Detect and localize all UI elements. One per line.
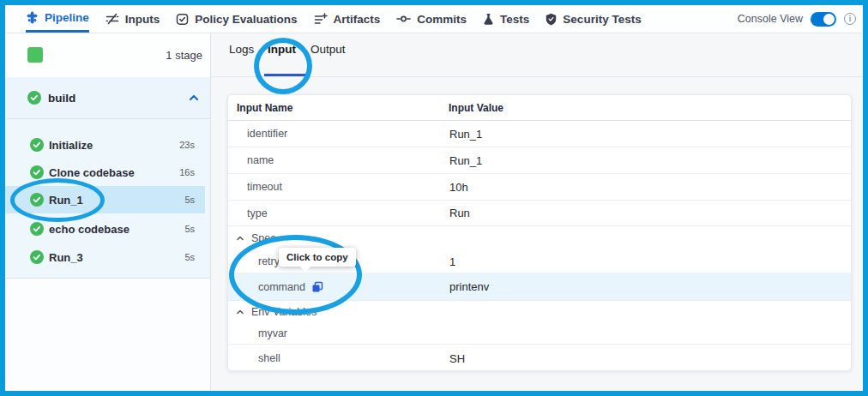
console-view-label: Console View xyxy=(738,13,803,25)
input-name: myvar xyxy=(258,323,287,344)
input-name: shell xyxy=(258,345,280,372)
step-row-run-3[interactable]: Run_3 5s xyxy=(5,243,205,271)
section-label: Spec xyxy=(251,232,276,244)
column-header-input-name: Input Name xyxy=(237,95,292,120)
section-label: Env Variables xyxy=(251,306,316,318)
input-value: Run_1 xyxy=(449,121,482,147)
stage-group-label: build xyxy=(48,77,75,118)
input-name: name xyxy=(247,147,274,173)
step-duration: 5s xyxy=(184,215,195,243)
commits-icon xyxy=(396,15,411,23)
nav-tab-label: Inputs xyxy=(125,13,160,26)
execution-sidebar: 1 stage build Initialize 23s Clone codeb… xyxy=(5,33,211,391)
input-value: Run_1 xyxy=(449,147,482,173)
input-value: Run xyxy=(449,201,470,225)
step-row-clone-codebase[interactable]: Clone codebase 16s xyxy=(5,159,205,186)
table-row: myvar xyxy=(228,323,851,345)
nav-tab-commits[interactable]: Commits xyxy=(396,5,467,33)
tab-output[interactable]: Output xyxy=(310,43,346,56)
input-name: command xyxy=(258,281,305,293)
copy-icon[interactable] xyxy=(311,281,323,293)
step-duration: 5s xyxy=(184,243,195,271)
step-label: Run_3 xyxy=(49,243,83,271)
nav-tab-inputs[interactable]: Inputs xyxy=(105,5,160,33)
nav-tab-label: Security Tests xyxy=(563,13,641,26)
stage-count-row: 1 stage xyxy=(5,33,210,77)
table-header-row: Input Name Input Value xyxy=(228,95,851,121)
input-value: 10h xyxy=(449,174,468,200)
table-row: name Run_1 xyxy=(228,147,851,174)
active-tab-underline xyxy=(264,74,307,76)
step-duration: 16s xyxy=(179,159,195,186)
input-name: identifier xyxy=(247,121,287,147)
step-row-initialize[interactable]: Initialize 23s xyxy=(5,131,205,159)
top-nav: Pipeline Inputs Policy Evaluations Artif… xyxy=(5,5,863,33)
step-row-run-1[interactable]: Run_1 5s xyxy=(5,186,205,213)
inputs-icon xyxy=(105,13,119,25)
success-check-icon xyxy=(30,165,44,183)
step-details-panel: Logs Input Output Input Name Input Value… xyxy=(211,33,863,391)
policy-evaluations-icon xyxy=(176,13,189,26)
nav-tab-label: Pipeline xyxy=(45,11,89,24)
nav-divider xyxy=(5,33,863,33)
detail-tabs: Logs Input Output xyxy=(211,33,863,77)
pipeline-icon xyxy=(26,11,39,24)
stage-status-square xyxy=(27,47,43,63)
step-duration: 23s xyxy=(179,131,195,159)
step-label: Clone codebase xyxy=(49,159,135,186)
table-row: type Run xyxy=(228,201,851,226)
input-value: printenv xyxy=(449,273,489,300)
success-check-icon xyxy=(30,250,44,267)
chevron-up-icon xyxy=(236,234,244,243)
nav-tab-label: Artifacts xyxy=(334,13,381,26)
table-row: identifier Run_1 xyxy=(228,121,851,147)
success-check-icon xyxy=(30,138,44,155)
chevron-up-icon xyxy=(236,308,244,316)
pipeline-execution-page: Pipeline Inputs Policy Evaluations Artif… xyxy=(0,0,868,396)
input-name: timeout xyxy=(247,174,282,200)
table-row: shell SH xyxy=(228,345,851,372)
click-to-copy-tooltip: Click to copy xyxy=(279,248,356,267)
console-view-toggle[interactable] xyxy=(811,12,836,27)
security-tests-icon xyxy=(546,13,557,26)
step-label: Run_1 xyxy=(49,186,83,213)
step-label: echo codebase xyxy=(49,215,130,243)
nav-tab-security-tests[interactable]: Security Tests xyxy=(546,5,641,33)
stage-count-label: 1 stage xyxy=(166,33,202,77)
table-row-command-highlighted[interactable]: command printenv xyxy=(228,273,851,301)
step-label: Initialize xyxy=(49,131,93,159)
step-duration: 5s xyxy=(184,186,195,213)
nav-tab-label: Policy Evaluations xyxy=(195,13,297,26)
input-table-card: Input Name Input Value identifier Run_1 … xyxy=(227,94,852,371)
input-value: 1 xyxy=(449,250,455,273)
steps-list: Initialize 23s Clone codebase 16s Run_1 … xyxy=(5,119,210,279)
tests-icon xyxy=(483,13,494,25)
nav-tab-tests[interactable]: Tests xyxy=(483,5,529,33)
section-row-env-variables[interactable]: Env Variables xyxy=(228,301,851,323)
step-row-echo-codebase[interactable]: echo codebase 5s xyxy=(5,215,205,243)
success-check-icon xyxy=(27,91,41,108)
input-value: SH xyxy=(449,345,465,372)
chevron-up-icon[interactable] xyxy=(188,92,200,107)
tab-input[interactable]: Input xyxy=(268,43,296,56)
success-check-icon xyxy=(30,193,44,210)
nav-tab-label: Tests xyxy=(500,13,529,26)
table-row: timeout 10h xyxy=(228,174,851,201)
stage-group-build[interactable]: build xyxy=(5,77,210,119)
tab-logs[interactable]: Logs xyxy=(229,43,254,56)
toggle-knob xyxy=(823,14,835,25)
nav-tab-artifacts[interactable]: Artifacts xyxy=(314,5,381,33)
nav-right-cluster: Console View i xyxy=(738,5,863,33)
input-name: type xyxy=(247,201,268,225)
artifacts-icon xyxy=(314,13,328,25)
section-row-spec[interactable]: Spec xyxy=(228,226,851,250)
nav-tab-policy-evaluations[interactable]: Policy Evaluations xyxy=(176,5,297,33)
nav-tab-label: Commits xyxy=(417,13,467,26)
success-check-icon xyxy=(30,222,44,239)
column-header-input-value: Input Value xyxy=(449,95,503,120)
nav-tab-pipeline[interactable]: Pipeline xyxy=(26,5,89,33)
input-name: retry xyxy=(258,250,280,273)
info-icon[interactable]: i xyxy=(844,13,856,25)
